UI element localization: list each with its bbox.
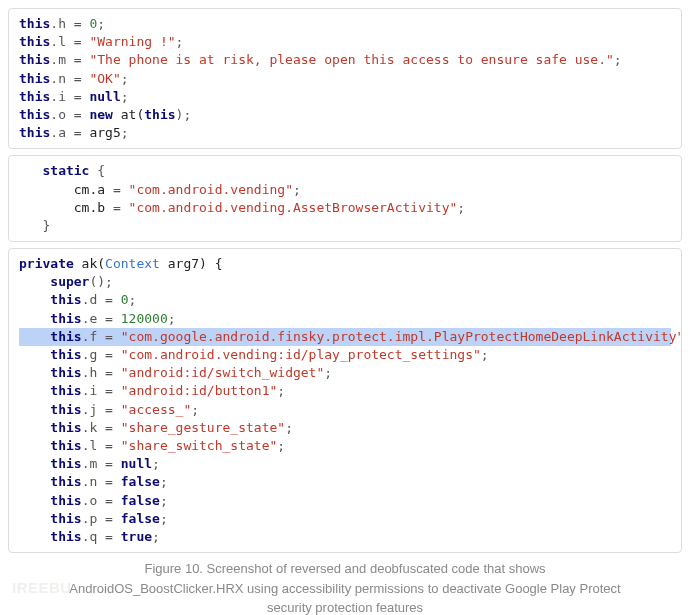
- code-line: this.k = "share_gesture_state";: [19, 420, 293, 435]
- code-line: this.l = "Warning !";: [19, 34, 183, 49]
- code-line: this.g = "com.android.vending:id/play_pr…: [19, 347, 489, 362]
- code-line: this.h = "android:id/switch_widget";: [19, 365, 332, 380]
- keyword-this: this: [19, 16, 50, 31]
- caption-line-1: Figure 10. Screenshot of reversed and de…: [144, 561, 545, 576]
- code-line: this.i = "android:id/button1";: [19, 383, 285, 398]
- code-line: this.n = false;: [19, 474, 168, 489]
- code-line: cm.b = "com.android.vending.AssetBrowser…: [19, 200, 465, 215]
- code-line: this.n = "OK";: [19, 71, 129, 86]
- caption-line-3: security protection features: [267, 600, 423, 615]
- watermark-text: IREEBU: [12, 579, 72, 596]
- code-line-highlighted: this.f = "com.google.android.finsky.prot…: [19, 328, 671, 346]
- code-block-3: private ak(Context arg7) { super(); this…: [8, 248, 682, 553]
- code-line: this.e = 120000;: [19, 311, 176, 326]
- code-line: this.o = new at(this);: [19, 107, 191, 122]
- code-line: private ak(Context arg7) {: [19, 256, 223, 271]
- caption-line-2: AndroidOS_BoostClicker.HRX using accessi…: [69, 581, 620, 596]
- code-line: cm.a = "com.android.vending";: [19, 182, 301, 197]
- code-line: }: [19, 218, 50, 233]
- code-line: super();: [19, 274, 113, 289]
- code-line: this.d = 0;: [19, 292, 136, 307]
- code-line: this.a = arg5;: [19, 125, 129, 140]
- code-line: this.h = 0;: [19, 16, 105, 31]
- code-line: this.m = "The phone is at risk, please o…: [19, 52, 622, 67]
- code-line: static {: [19, 163, 105, 178]
- code-line: this.o = false;: [19, 493, 168, 508]
- code-line: this.j = "access_";: [19, 402, 199, 417]
- code-block-2: static { cm.a = "com.android.vending"; c…: [8, 155, 682, 242]
- code-line: this.i = null;: [19, 89, 129, 104]
- code-line: this.m = null;: [19, 456, 160, 471]
- code-line: this.p = false;: [19, 511, 168, 526]
- code-line: this.q = true;: [19, 529, 160, 544]
- code-line: this.l = "share_switch_state";: [19, 438, 285, 453]
- figure-caption: Figure 10. Screenshot of reversed and de…: [8, 559, 682, 615]
- code-block-1: this.h = 0; this.l = "Warning !"; this.m…: [8, 8, 682, 149]
